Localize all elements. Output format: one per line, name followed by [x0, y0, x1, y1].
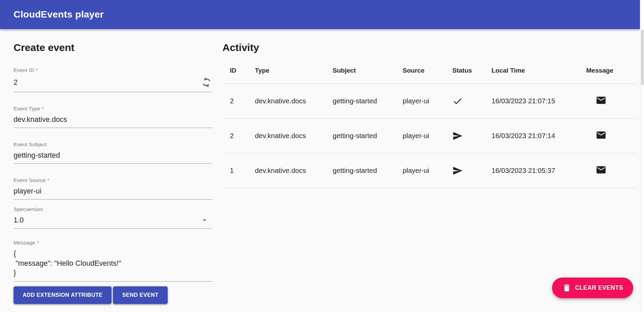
cell-id: 2 [230, 132, 255, 140]
clear-events-button[interactable]: CLEAR EVENTS [552, 278, 633, 298]
cell-id: 2 [230, 97, 255, 105]
clear-events-label: CLEAR EVENTS [575, 284, 623, 291]
col-header-message: Message [586, 67, 637, 74]
event-type-field: Event Type * dev.knative.docs [14, 106, 212, 128]
cell-source: player-ui [403, 166, 452, 175]
vertical-scrollbar[interactable] [640, 0, 644, 312]
email-icon[interactable] [596, 164, 606, 175]
cell-subject: getting-started [333, 132, 403, 140]
cell-local-time: 16/03/2023 21:07:14 [492, 132, 586, 140]
specversion-label: Specversion [14, 206, 212, 212]
form-actions: ADD EXTENSION ATTRIBUTE SEND EVENT [14, 286, 212, 304]
table-row: 2 dev.knative.docs getting-started playe… [222, 119, 637, 153]
email-icon[interactable] [596, 95, 606, 106]
cell-source: player-ui [403, 97, 452, 105]
cell-id: 1 [230, 166, 255, 175]
status-cell [452, 131, 492, 141]
send-icon [452, 131, 463, 141]
event-subject-input[interactable]: getting-started [14, 151, 212, 160]
col-header-status: Status [452, 67, 492, 74]
send-icon [452, 165, 463, 176]
col-header-type: Type [255, 67, 333, 74]
event-id-label: Event ID * [14, 67, 212, 73]
table-row: 1 dev.knative.docs getting-started playe… [222, 153, 637, 188]
send-event-button[interactable]: SEND EVENT [113, 286, 167, 304]
app-title: CloudEvents player [14, 9, 104, 20]
message-textarea[interactable]: { "message": "Hello CloudEvents!" } [14, 247, 212, 282]
col-header-id: ID [230, 67, 255, 74]
app-bar: CloudEvents player [0, 0, 640, 29]
table-row: 2 dev.knative.docs getting-started playe… [222, 84, 637, 119]
event-subject-field: Event Subject getting-started [14, 141, 212, 164]
message-label: Message * [14, 240, 212, 246]
event-subject-label: Event Subject [14, 141, 212, 148]
event-source-field: Event Source * player-ui [14, 177, 212, 200]
specversion-select[interactable]: 1.0 [14, 214, 212, 229]
sync-icon[interactable] [201, 77, 212, 88]
col-header-subject: Subject [333, 67, 403, 74]
create-event-panel: Create event Event ID * 2 E [14, 29, 212, 304]
cell-subject: getting-started [333, 166, 403, 175]
cell-source: player-ui [403, 132, 452, 140]
email-icon[interactable] [596, 130, 606, 140]
status-cell [452, 165, 492, 176]
main-content: Create event Event ID * 2 E [0, 29, 640, 304]
col-header-source: Source [403, 67, 452, 74]
col-header-local-time: Local Time [492, 67, 586, 74]
table-header-row: ID Type Subject Source Status Local Time… [222, 57, 637, 84]
event-source-label: Event Source * [14, 177, 212, 183]
add-extension-attribute-button[interactable]: ADD EXTENSION ATTRIBUTE [14, 286, 112, 304]
activity-heading: Activity [222, 42, 637, 54]
specversion-field: Specversion 1.0 [14, 206, 212, 229]
cell-local-time: 16/03/2023 21:05:37 [492, 166, 586, 175]
cell-type: dev.knative.docs [255, 166, 333, 175]
event-id-input[interactable]: 2 [14, 78, 201, 87]
message-field: Message * { "message": "Hello CloudEvent… [14, 240, 212, 282]
cell-local-time: 16/03/2023 21:07:15 [492, 97, 586, 105]
cell-type: dev.knative.docs [255, 97, 333, 105]
status-cell [452, 96, 492, 106]
chevron-down-icon [200, 216, 209, 225]
specversion-value: 1.0 [14, 216, 200, 225]
cell-subject: getting-started [333, 97, 403, 105]
cell-type: dev.knative.docs [255, 132, 333, 140]
event-id-field: Event ID * 2 [14, 67, 212, 92]
create-event-heading: Create event [14, 42, 212, 54]
event-type-input[interactable]: dev.knative.docs [14, 115, 212, 124]
activity-table: ID Type Subject Source Status Local Time… [222, 57, 637, 188]
check-icon [452, 96, 463, 106]
event-source-input[interactable]: player-ui [14, 187, 212, 196]
trash-icon [562, 283, 571, 292]
activity-panel: Activity ID Type Subject Source Status L… [222, 29, 637, 304]
scrollbar-thumb[interactable] [641, 30, 644, 85]
event-type-label: Event Type * [14, 106, 212, 112]
